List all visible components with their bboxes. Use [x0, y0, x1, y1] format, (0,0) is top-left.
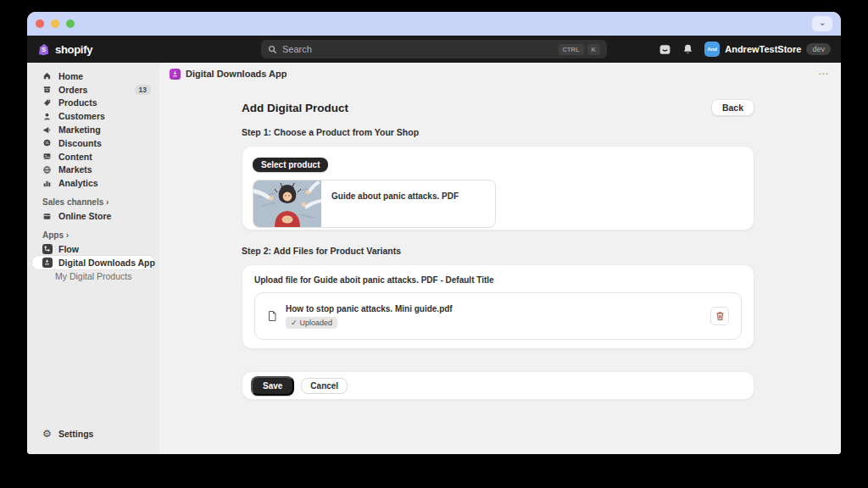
sidebar-item-label: Settings	[58, 429, 93, 439]
sales-channels-section[interactable]: Sales channels ›	[27, 197, 159, 207]
step2-card: Upload file for Guide aboit panic attack…	[242, 264, 754, 349]
customers-icon	[42, 112, 52, 121]
search-shortcut: CTRL K	[559, 44, 600, 55]
sidebar-item-products[interactable]: Products	[27, 97, 159, 110]
sidebar-item-label: Content	[58, 152, 92, 162]
check-icon: ✓	[291, 319, 298, 327]
browser-window: ⌄ S shopify Search CTRL K	[27, 12, 841, 454]
section-chevron-icon: ›	[106, 197, 108, 207]
store-account-menu[interactable]: And AndrewTestStore dev	[704, 42, 831, 57]
sidebar-item-online-store[interactable]: Online Store	[27, 209, 159, 223]
sidebar-item-label: Online Store	[58, 211, 111, 221]
sidebar-item-label: Home	[58, 71, 83, 81]
app-header: Digital Downloads App ⋯	[159, 63, 841, 85]
selected-product-row[interactable]: Guide about panic attacks. PDF	[253, 180, 496, 228]
step2-heading: Step 2: Add Files for Product Variants	[242, 246, 754, 256]
apps-label: Apps	[42, 230, 64, 240]
marketing-megaphone-icon	[42, 125, 52, 135]
store-name: AndrewTestStore	[725, 44, 801, 54]
search-input[interactable]: Search CTRL K	[261, 40, 607, 58]
sidebar-item-settings[interactable]: ⚙ Settings	[27, 427, 159, 441]
notifications-bell-icon[interactable]	[682, 43, 693, 55]
product-thumbnail-image	[253, 180, 321, 227]
avatar: And	[704, 42, 720, 57]
delete-file-button[interactable]	[710, 307, 729, 325]
topbar-actions: And AndrewTestStore dev	[659, 42, 831, 57]
shopify-logo[interactable]: S shopify	[37, 42, 92, 56]
digital-downloads-app-icon	[42, 258, 52, 267]
select-product-button[interactable]: Select product	[253, 158, 328, 172]
analytics-bars-icon	[42, 179, 52, 188]
online-store-icon	[42, 212, 52, 221]
file-name: How to stop panic attacks. Mini guide.pd…	[286, 304, 453, 313]
sidebar-item-markets[interactable]: Markets	[27, 164, 159, 177]
products-tag-icon	[42, 98, 52, 108]
product-name: Guide about panic attacks. PDF	[321, 180, 469, 227]
sidebar-item-my-digital-products[interactable]: My Digital Products	[27, 269, 159, 283]
titlebar-chevron-button[interactable]: ⌄	[812, 16, 832, 31]
file-document-icon	[267, 310, 277, 322]
sidebar-item-content[interactable]: Content	[27, 150, 159, 164]
gear-icon: ⚙	[42, 430, 52, 439]
sidebar-item-customers[interactable]: Customers	[27, 109, 159, 123]
markets-globe-icon	[42, 165, 52, 175]
back-button[interactable]: Back	[711, 99, 754, 116]
sidebar: Home Orders 13 Products Customers	[27, 63, 159, 454]
sidebar-subitem-label: My Digital Products	[55, 271, 131, 281]
zoom-window-button[interactable]	[66, 19, 75, 28]
sidebar-item-label: Discounts	[58, 138, 102, 148]
apps-section[interactable]: Apps ›	[27, 230, 159, 240]
main-content: Digital Downloads App ⋯ Add Digital Prod…	[159, 63, 841, 454]
uploaded-status-badge: ✓ Uploaded	[286, 317, 337, 329]
sidebar-item-flow[interactable]: Flow	[27, 242, 159, 256]
screen: ⌄ S shopify Search CTRL K	[0, 0, 868, 488]
app-header-title: Digital Downloads App	[186, 69, 287, 79]
close-window-button[interactable]	[36, 19, 44, 28]
sidebar-item-label: Orders	[58, 85, 87, 95]
trash-icon	[715, 311, 725, 321]
sidebar-item-label: Flow	[58, 244, 79, 254]
uploaded-label: Uploaded	[300, 319, 333, 327]
sidebar-item-digital-downloads-app[interactable]: Digital Downloads App	[32, 256, 154, 269]
search-icon	[268, 45, 277, 54]
step1-heading: Step 1: Choose a Product from Your Shop	[242, 127, 754, 137]
sidebar-item-label: Markets	[58, 164, 92, 175]
kbd-ctrl: CTRL	[559, 44, 584, 55]
shopify-bag-icon: S	[37, 42, 51, 56]
sidebar-item-orders[interactable]: Orders 13	[27, 83, 159, 97]
minimize-window-button[interactable]	[51, 19, 59, 28]
upload-variant-label: Upload file for Guide aboit panic attack…	[254, 275, 742, 285]
inbox-icon[interactable]	[659, 43, 671, 56]
orders-count-badge: 13	[135, 85, 151, 95]
sidebar-item-label: Marketing	[58, 125, 101, 135]
kbd-k: K	[587, 44, 600, 55]
svg-text:S: S	[42, 46, 46, 53]
sidebar-item-analytics[interactable]: Analytics	[27, 176, 159, 190]
sales-channels-label: Sales channels	[42, 197, 103, 207]
digital-downloads-app-header-icon	[170, 69, 181, 80]
overflow-menu-icon[interactable]: ⋯	[818, 68, 829, 80]
section-chevron-icon: ›	[66, 230, 69, 240]
sidebar-item-marketing[interactable]: Marketing	[27, 123, 159, 136]
discounts-icon	[42, 138, 52, 147]
sidebar-item-label: Digital Downloads App	[58, 258, 155, 268]
dev-badge: dev	[806, 43, 831, 55]
window-titlebar: ⌄	[27, 12, 841, 36]
step1-card: Select product	[242, 146, 754, 230]
traffic-lights	[36, 19, 75, 28]
flow-app-icon	[42, 244, 52, 253]
page-title: Add Digital Product	[242, 102, 348, 114]
chevron-down-icon: ⌄	[818, 17, 826, 27]
content-icon	[42, 152, 52, 161]
orders-icon	[42, 85, 52, 94]
shopify-wordmark: shopify	[55, 43, 92, 56]
save-button[interactable]: Save	[251, 376, 294, 396]
sidebar-item-discounts[interactable]: Discounts	[27, 136, 159, 150]
home-icon	[42, 71, 52, 80]
cancel-button[interactable]: Cancel	[301, 378, 348, 394]
sidebar-item-home[interactable]: Home	[27, 69, 159, 83]
sidebar-item-label: Customers	[58, 111, 105, 121]
search-placeholder: Search	[282, 44, 312, 54]
sidebar-item-label: Products	[58, 97, 97, 108]
form-actions-card: Save Cancel	[242, 371, 754, 400]
